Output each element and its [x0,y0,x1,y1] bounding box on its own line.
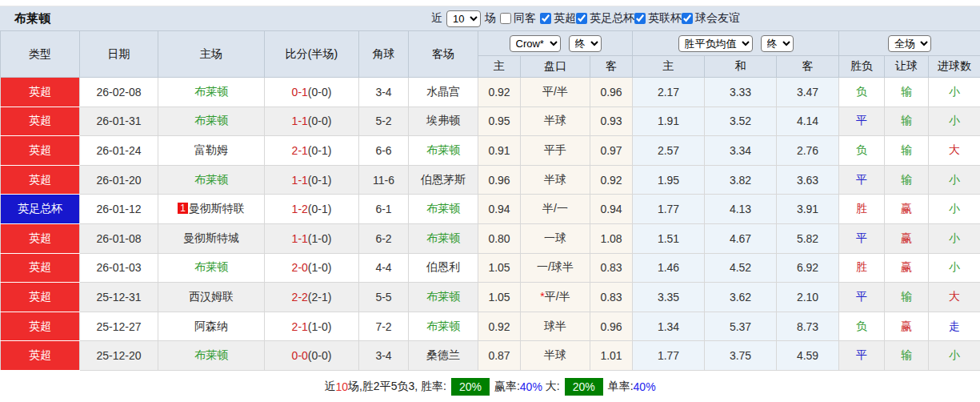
result-goals: 小 [929,253,980,283]
league-type-badge: 英超 [1,223,80,253]
match-row: 英超26-02-08布莱顿0-1(0-0)3-4水晶宫0.92平/半0.962.… [1,78,980,107]
score-cell: 2-1(0-1) [265,136,359,166]
league-checkbox-facup[interactable] [576,13,587,24]
corner-count: 11-6 [359,165,409,195]
avg-draw: 3.52 [705,107,777,136]
avg-home: 3.35 [633,283,705,312]
match-count-select[interactable]: 10 [446,10,481,27]
match-row: 英超25-12-31西汉姆联2-2(2-1)5-5布莱顿1.05*平/半0.83… [1,283,980,312]
result-handicap: 输 [885,283,929,312]
corner-count: 5-2 [359,107,409,136]
home-team-cell: 布莱顿 [158,107,265,136]
avg-away: 2.76 [777,136,839,166]
summary-count: 10 [335,380,348,393]
avg-type-select[interactable]: 胜平负均值 [678,35,753,52]
corner-count: 6-2 [359,223,409,253]
subcol-avg-away: 客 [777,56,839,78]
result-goals: 小 [929,341,980,371]
league-checkbox-eflcup[interactable] [634,13,646,24]
col-header-away: 客场 [409,31,478,78]
score-cell: 1-1(1-0) [265,223,359,253]
halftime-score: (0-0) [308,349,332,362]
result-wdl: 平 [839,283,885,312]
subcol-odds-away: 客 [590,56,633,78]
home-team-name: 布莱顿 [194,348,228,361]
league-checkbox-friendly[interactable] [682,13,693,24]
match-date: 26-01-24 [80,136,158,166]
league-type-badge: 英超 [1,107,80,136]
summary-prefix: 近 [324,380,335,394]
corner-count: 5-5 [359,283,409,312]
halftime-score: (0-1) [308,144,332,157]
avg-away: 8.73 [777,312,839,341]
league-option-eflcup[interactable]: 英联杯 [634,11,682,26]
match-date: 26-02-08 [80,78,158,107]
handicap-line: 平/半 [521,78,590,107]
league-type-badge: 英超 [1,312,80,341]
handicap-line: 半/一 [521,195,590,224]
odds-group-header: Crow* 终 [478,31,633,56]
fulltime-score: 0-0 [292,349,308,362]
same-opponent-checkbox[interactable] [500,13,511,24]
match-history-panel: 布莱顿 近 10 场 同客 英超 英足总杯 [0,0,980,402]
halftime-score: (0-0) [308,115,332,127]
match-date: 25-12-31 [80,283,158,312]
avg-draw: 4.13 [705,195,777,224]
halftime-score: (1-0) [308,320,332,333]
league-label: 英足总杯 [590,11,634,26]
home-team-cell: 西汉姆联 [158,283,265,312]
away-team-cell: 布莱顿 [409,312,478,341]
result-handicap: 赢 [885,312,929,341]
score-cell: 1-1(0-0) [265,107,359,136]
odds-away: 1.01 [590,341,633,371]
avg-time-select[interactable]: 终 [761,35,794,52]
result-goals: 小 [929,195,980,224]
match-date: 25-12-20 [80,341,158,371]
home-team-name: 布莱顿 [194,114,228,127]
handicap-line: *平/半 [521,283,590,312]
avg-away: 2.10 [777,283,839,312]
match-row: 英超25-12-20布莱顿0-0(0-0)3-4桑德兰0.87半球1.011.7… [1,341,980,371]
handicap-line: 一球 [521,223,590,253]
home-team-name: 富勒姆 [194,143,228,156]
recent-suffix-label: 场 [485,11,496,26]
avg-draw: 3.33 [705,78,777,107]
handicap-line: 半球 [521,341,590,371]
result-goals: 小 [929,223,980,253]
match-date: 26-01-31 [80,107,158,136]
fulltime-score: 2-1 [292,144,308,157]
league-option-facup[interactable]: 英足总杯 [576,11,634,26]
odds-away: 0.83 [590,283,633,312]
halftime-score: (2-1) [308,291,332,304]
league-option-premier[interactable]: 英超 [540,11,576,26]
summary-record: 场,胜2平5负3, 胜率: [348,380,446,394]
halftime-score: (1-0) [308,261,332,274]
fulltime-score: 1-1 [292,115,308,127]
avg-draw: 5.37 [705,312,777,341]
avg-draw: 3.82 [705,165,777,195]
odds-away: 0.96 [590,312,633,341]
bookmaker-select[interactable]: Crow* [510,35,561,52]
odds-home: 1.05 [478,283,521,312]
match-row: 英超26-01-20布莱顿1-1(0-1)11-6伯恩茅斯0.96半球0.921… [1,165,980,195]
league-type-badge: 英超 [1,253,80,283]
result-wdl: 平 [839,341,885,371]
score-cell: 2-0(1-0) [265,253,359,283]
result-handicap: 输 [885,165,929,195]
league-label: 球会友谊 [695,11,740,26]
league-option-friendly[interactable]: 球会友谊 [682,11,740,26]
league-checkbox-premier[interactable] [540,13,551,24]
scope-select[interactable]: 全场 [888,35,931,52]
odds-time-select[interactable]: 终 [569,35,602,52]
winodds-rate-value: 40% [520,380,542,393]
recent-label: 近 [431,11,442,26]
handicap-line: 一/球半 [521,253,590,283]
odds-home: 0.92 [478,312,521,341]
same-opponent-label: 同客 [514,11,536,26]
same-opponent-option[interactable]: 同客 [500,11,536,26]
avg-home: 2.17 [633,78,705,107]
result-goals: 小 [929,78,980,107]
fulltime-score: 1-1 [292,174,308,187]
avg-away: 3.63 [777,165,839,195]
score-cell: 1-1(0-1) [265,165,359,195]
